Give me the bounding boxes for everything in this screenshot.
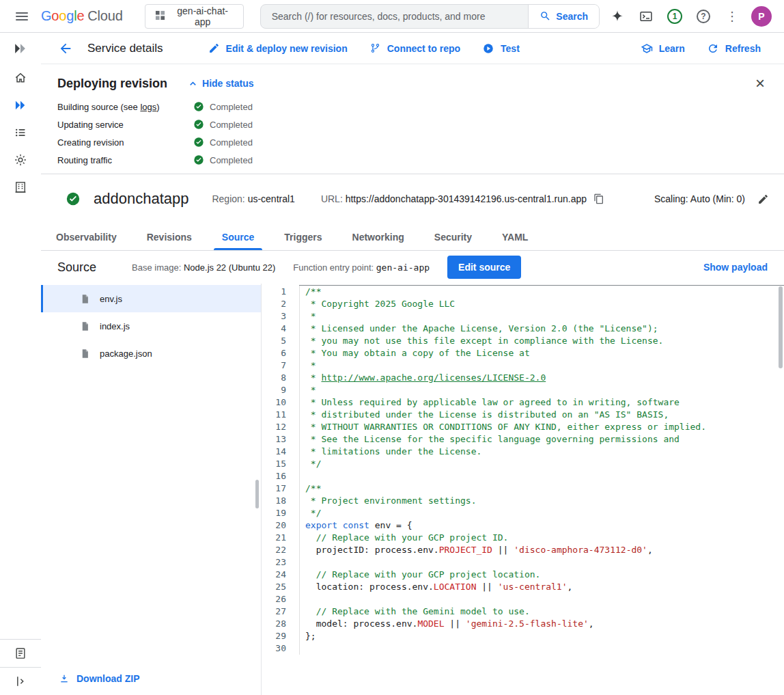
line-number: 1	[262, 286, 299, 298]
deploy-step-status: Completed	[210, 155, 253, 165]
rail-cloud-run-button[interactable]	[4, 92, 37, 118]
building-icon	[14, 180, 27, 194]
search-input[interactable]	[261, 5, 529, 28]
tab-yaml[interactable]: YAML	[487, 223, 543, 250]
tab-security[interactable]: Security	[419, 223, 487, 250]
edit-deploy-label: Edit & deploy new revision	[226, 43, 348, 54]
learn-button[interactable]: Learn	[631, 36, 695, 61]
edit-source-button[interactable]: Edit source	[447, 256, 521, 279]
copy-url-button[interactable]	[593, 193, 604, 204]
code-line: 27 // Replace with the Gemini model to u…	[262, 605, 784, 618]
main-content: Service details Edit & deploy new revisi…	[41, 33, 784, 695]
page-title: Service details	[87, 42, 163, 55]
help-icon: ?	[697, 10, 710, 23]
download-icon	[59, 673, 70, 684]
code-text: };	[299, 630, 784, 642]
code-editor[interactable]: 1/**2 * Copyright 2025 Google LLC3 *4 * …	[261, 284, 784, 695]
base-image: Base image: Node.js 22 (Ubuntu 22)	[132, 262, 275, 273]
tab-networking[interactable]: Networking	[337, 223, 419, 250]
code-line: 15 */	[262, 458, 784, 470]
play-circle-icon	[482, 42, 494, 55]
account-avatar[interactable]: P	[751, 6, 772, 27]
hide-status-button[interactable]: Hide status	[188, 78, 253, 89]
edit-deploy-button[interactable]: Edit & deploy new revision	[199, 36, 357, 61]
download-zip-button[interactable]: Download ZIP	[59, 673, 140, 684]
file-item-index.js[interactable]: index.js	[41, 312, 261, 340]
code-line: 8 * http://www.apache.org/licenses/LICEN…	[262, 372, 784, 384]
top-bar: Google Cloud gen-ai-chat-app Search	[0, 0, 784, 33]
file-item-package.json[interactable]: package.json	[41, 340, 261, 367]
project-icon	[155, 10, 165, 23]
edit-scaling-button[interactable]	[757, 193, 769, 205]
file-icon	[80, 294, 90, 304]
rail-release-notes-button[interactable]	[4, 640, 37, 666]
line-number: 17	[262, 482, 299, 495]
tab-observability[interactable]: Observability	[41, 223, 132, 250]
test-button[interactable]: Test	[473, 36, 529, 61]
hamburger-menu-button[interactable]	[8, 3, 36, 30]
refresh-button[interactable]: Refresh	[697, 36, 770, 61]
deploy-step: Updating serviceCompleted	[57, 119, 768, 130]
file-panel-scrollbar[interactable]	[255, 480, 259, 508]
rail-home-button[interactable]	[4, 65, 37, 91]
notifications-button[interactable]: 1	[661, 3, 688, 30]
code-text	[299, 556, 784, 569]
code-text: export const env = {	[299, 519, 784, 532]
close-panel-button[interactable]: ×	[753, 75, 768, 92]
gemini-button[interactable]	[604, 3, 631, 30]
search-button[interactable]: Search	[528, 5, 599, 28]
line-number: 2	[262, 298, 299, 310]
tab-triggers[interactable]: Triggers	[269, 223, 337, 250]
code-line: 6 * You may obtain a copy of the License…	[262, 347, 784, 359]
google-cloud-logo[interactable]: Google Cloud	[41, 8, 123, 24]
help-button[interactable]: ?	[690, 3, 717, 30]
code-line: 29};	[262, 630, 784, 642]
cloud-run-logo-icon	[0, 33, 41, 64]
tab-revisions[interactable]: Revisions	[132, 223, 207, 250]
code-text: * http://www.apache.org/licenses/LICENSE…	[299, 372, 784, 384]
overflow-menu-button[interactable]: ⋮	[718, 3, 746, 30]
entry-point-label: Function entry point:	[293, 262, 374, 273]
code-text: * You may obtain a copy of the License a…	[299, 347, 784, 359]
rail-integrations-button[interactable]	[4, 147, 37, 173]
release-notes-icon	[14, 646, 27, 660]
edit-icon	[208, 42, 220, 54]
code-line: 14 * limitations under the License.	[262, 446, 784, 458]
chevron-up-icon	[188, 79, 198, 89]
code-text	[299, 642, 784, 655]
rail-divider	[0, 639, 41, 640]
base-image-value: Node.js 22 (Ubuntu 22)	[184, 262, 275, 273]
code-line: 25 location: process.env.LOCATION || 'us…	[262, 581, 784, 593]
cloud-shell-button[interactable]	[632, 3, 660, 30]
rail-services-list-button[interactable]	[4, 120, 37, 146]
service-region: Region: us-central1	[212, 193, 294, 204]
connect-repo-button[interactable]: Connect to repo	[360, 36, 470, 61]
logo-google-text: Google	[41, 8, 84, 24]
code-line: 1/**	[262, 286, 784, 298]
code-line: 9 *	[262, 384, 784, 396]
line-number: 19	[262, 507, 299, 519]
code-text: * Licensed under the Apache License, Ver…	[299, 323, 784, 335]
search-bar[interactable]: Search	[260, 4, 600, 29]
logs-link[interactable]: logs	[140, 102, 156, 112]
code-text: * Unless required by applicable law or a…	[299, 396, 784, 409]
code-text: * you may not use this file except in co…	[299, 335, 784, 347]
tab-source[interactable]: Source	[207, 223, 269, 250]
code-text: *	[299, 384, 784, 396]
learn-icon	[641, 42, 653, 55]
refresh-icon	[707, 42, 719, 55]
url-label: URL:	[321, 193, 343, 204]
rail-expand-button[interactable]	[4, 668, 37, 694]
show-payload-link[interactable]: Show payload	[703, 262, 768, 273]
code-scrollbar[interactable]	[779, 286, 783, 368]
region-value: us-central1	[248, 193, 295, 204]
file-item-env.js[interactable]: env.js	[41, 285, 261, 312]
rail-domains-button[interactable]	[4, 174, 37, 200]
back-button[interactable]	[52, 35, 79, 62]
project-selector[interactable]: gen-ai-chat-app	[145, 4, 244, 29]
line-number: 23	[262, 556, 299, 569]
code-text: /**	[299, 286, 784, 298]
gear-icon	[14, 153, 27, 167]
gemini-star-icon	[611, 10, 624, 23]
action-bar: Service details Edit & deploy new revisi…	[41, 33, 784, 64]
